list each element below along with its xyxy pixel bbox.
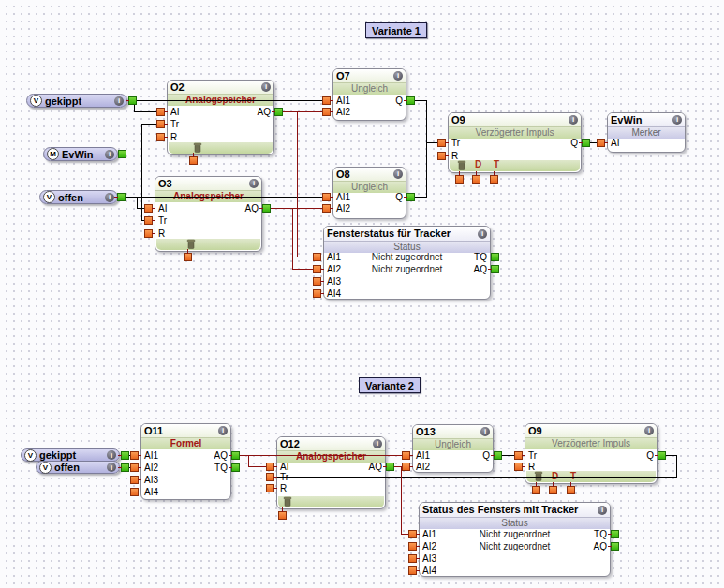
pin-o2-r[interactable] bbox=[156, 133, 165, 141]
pin-o2-ai[interactable] bbox=[156, 108, 165, 116]
pin-o13-ai2[interactable] bbox=[402, 463, 410, 471]
tag-gekippt-v2[interactable]: V gekippt bbox=[21, 448, 120, 462]
wire-o12aq-statusai1[interactable] bbox=[401, 466, 412, 534]
tag-offen-v2[interactable]: V offen bbox=[36, 461, 120, 474]
pin-out-offen-v2[interactable] bbox=[121, 463, 129, 472]
wire-o7q-o9tr[interactable] bbox=[410, 100, 441, 142]
pin-o9v1-t[interactable] bbox=[490, 175, 498, 184]
info-icon[interactable] bbox=[672, 115, 682, 125]
pin-o11-aq[interactable] bbox=[231, 451, 240, 460]
block-o11-formel[interactable]: O11 Formel AI1 AI2 AI3 AI4 AQ TQ bbox=[140, 423, 231, 500]
pin-status-ai2[interactable] bbox=[408, 542, 417, 551]
pin-evwin-ai[interactable] bbox=[597, 139, 605, 147]
tag-gekippt-v1[interactable]: V gekippt bbox=[26, 94, 127, 108]
pin-o11-ai3[interactable] bbox=[130, 476, 139, 484]
info-icon[interactable] bbox=[107, 463, 116, 472]
block-fensterstatus-tracker[interactable]: Fensterstatus für Tracker Status AI1 AI2… bbox=[323, 226, 491, 300]
pin-o3-r[interactable] bbox=[144, 229, 153, 238]
block-evwin-merker[interactable]: EvWin Merker AI bbox=[607, 112, 686, 153]
pin-status-ai1[interactable] bbox=[408, 530, 417, 538]
info-icon[interactable] bbox=[569, 115, 578, 125]
pin-status-aq[interactable] bbox=[611, 542, 619, 551]
pin-o3-tr[interactable] bbox=[144, 216, 153, 225]
block-o13-ungleich[interactable]: O13 Ungleich AI1 AI2 Q bbox=[412, 424, 494, 473]
pin-status-tq[interactable] bbox=[611, 530, 619, 538]
pin-status-ai3[interactable] bbox=[408, 554, 417, 563]
tag-evwin-v1[interactable]: M EvWin bbox=[43, 147, 118, 161]
pin-o13-ai1[interactable] bbox=[402, 451, 410, 460]
pin-o3-aq[interactable] bbox=[262, 204, 271, 213]
pin-o12-aq[interactable] bbox=[386, 463, 394, 471]
pin-o9v2-q[interactable] bbox=[658, 451, 666, 460]
info-icon[interactable] bbox=[598, 506, 607, 515]
pin-o11-ai4[interactable] bbox=[130, 488, 139, 496]
info-icon[interactable] bbox=[644, 426, 654, 435]
pin-o7-ai2[interactable] bbox=[322, 108, 331, 116]
info-icon[interactable] bbox=[393, 71, 403, 81]
info-icon[interactable] bbox=[480, 427, 490, 436]
block-o9-verzoegerter-impuls-v1[interactable]: O9 Verzögerter Impuls Tr R Q D T bbox=[448, 112, 582, 173]
pin-out-gekippt-v2[interactable] bbox=[121, 451, 129, 460]
info-icon[interactable] bbox=[393, 169, 403, 179]
info-icon[interactable] bbox=[218, 426, 228, 435]
wire-o8q-o9tr[interactable] bbox=[410, 142, 426, 197]
info-icon[interactable] bbox=[373, 439, 382, 448]
wire-o2aq-fsai1[interactable] bbox=[297, 111, 317, 257]
pin-fs-aq[interactable] bbox=[491, 265, 499, 273]
pin-fs-ai2[interactable] bbox=[313, 265, 321, 273]
pin-o3-ai[interactable] bbox=[144, 204, 153, 213]
pin-o9v1-r[interactable] bbox=[437, 152, 446, 160]
pin-o11-ai2[interactable] bbox=[130, 463, 139, 472]
pin-o12-ai[interactable] bbox=[266, 463, 274, 471]
trash-icon[interactable] bbox=[457, 160, 466, 170]
block-o8-ungleich[interactable]: O8 Ungleich AI1 AI2 Q bbox=[332, 167, 406, 219]
pin-o9v2-param[interactable] bbox=[532, 486, 540, 494]
pin-o8-q[interactable] bbox=[406, 193, 415, 201]
pin-o9v2-r[interactable] bbox=[514, 463, 523, 471]
info-icon[interactable] bbox=[478, 229, 487, 239]
pin-fs-ai4[interactable] bbox=[313, 289, 321, 298]
pin-fs-ai3[interactable] bbox=[313, 277, 321, 286]
pin-o9v1-d[interactable] bbox=[472, 175, 480, 184]
pin-out-offen-v1[interactable] bbox=[117, 193, 126, 201]
pin-o3-param[interactable] bbox=[184, 253, 192, 261]
pin-o12-tr[interactable] bbox=[266, 473, 274, 481]
pin-fs-tq[interactable] bbox=[491, 253, 499, 261]
pin-o2-aq[interactable] bbox=[274, 108, 283, 116]
block-o12-analogspeicher[interactable]: O12 Analogspeicher AI Tr R AQ bbox=[276, 436, 386, 509]
pin-status-ai4[interactable] bbox=[408, 566, 417, 575]
pin-o9v2-tr[interactable] bbox=[514, 451, 523, 460]
trash-icon[interactable] bbox=[193, 142, 202, 153]
pin-o11-tq[interactable] bbox=[231, 463, 240, 472]
block-o3-analogspeicher[interactable]: O3 Analogspeicher AI Tr R AQ bbox=[155, 176, 262, 252]
pin-out-gekippt-v1[interactable] bbox=[128, 96, 137, 105]
pin-o2-param[interactable] bbox=[189, 156, 198, 165]
pin-fs-ai1[interactable] bbox=[313, 253, 321, 261]
pin-o2-tr[interactable] bbox=[156, 120, 165, 128]
pin-o7-q[interactable] bbox=[406, 96, 415, 105]
pin-o11-ai1[interactable] bbox=[130, 451, 139, 460]
pin-o9v1-q[interactable] bbox=[582, 139, 590, 147]
pin-o9v2-t[interactable] bbox=[567, 486, 575, 494]
info-icon[interactable] bbox=[105, 150, 114, 159]
info-icon[interactable] bbox=[107, 450, 116, 460]
pin-o13-q[interactable] bbox=[494, 451, 502, 460]
trash-icon[interactable] bbox=[534, 471, 543, 481]
pin-o9v2-d[interactable] bbox=[549, 486, 557, 494]
pin-o12-r[interactable] bbox=[266, 484, 274, 492]
pin-o12-param[interactable] bbox=[278, 511, 287, 520]
info-icon[interactable] bbox=[114, 96, 124, 106]
block-o9-verzoegerter-impuls-v2[interactable]: O9 Verzögerter Impuls Tr R Q D T bbox=[525, 423, 658, 484]
tag-offen-v1[interactable]: V offen bbox=[39, 190, 118, 204]
pin-o8-ai2[interactable] bbox=[322, 204, 331, 213]
pin-o7-ai1[interactable] bbox=[322, 96, 331, 105]
block-o2-analogspeicher[interactable]: O2 Analogspeicher AI Tr R AQ bbox=[167, 80, 274, 155]
block-status-fenster-tracker[interactable]: Status des Fensters mit Tracker Status A… bbox=[419, 502, 611, 577]
info-icon[interactable] bbox=[261, 82, 271, 92]
trash-icon[interactable] bbox=[283, 496, 292, 507]
diagram-canvas[interactable]: Variante 1 Variante 2 V gekippt M EvWin … bbox=[0, 0, 724, 588]
pin-o9v1-tr[interactable] bbox=[437, 139, 446, 147]
pin-o8-ai1[interactable] bbox=[322, 193, 331, 201]
pin-o9v1-param[interactable] bbox=[455, 175, 464, 184]
pin-out-evwin-v1[interactable] bbox=[118, 150, 126, 158]
